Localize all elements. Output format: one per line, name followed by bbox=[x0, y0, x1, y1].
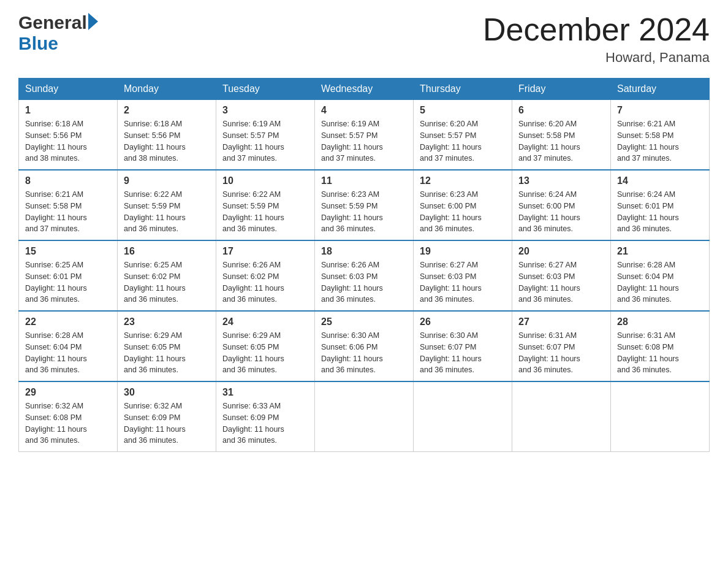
calendar-week-row: 29 Sunrise: 6:32 AM Sunset: 6:08 PM Dayl… bbox=[19, 381, 710, 452]
day-info: Sunrise: 6:25 AM Sunset: 6:02 PM Dayligh… bbox=[124, 259, 210, 305]
title-area: December 2024 Howard, Panama bbox=[483, 12, 710, 66]
header-friday: Friday bbox=[512, 79, 611, 100]
calendar-week-row: 1 Sunrise: 6:18 AM Sunset: 5:56 PM Dayli… bbox=[19, 100, 710, 170]
day-number: 6 bbox=[518, 105, 604, 116]
table-row: 11 Sunrise: 6:23 AM Sunset: 5:59 PM Dayl… bbox=[315, 170, 414, 240]
table-row: 16 Sunrise: 6:25 AM Sunset: 6:02 PM Dayl… bbox=[118, 240, 216, 311]
table-row: 6 Sunrise: 6:20 AM Sunset: 5:58 PM Dayli… bbox=[512, 100, 611, 170]
day-info: Sunrise: 6:22 AM Sunset: 5:59 PM Dayligh… bbox=[124, 189, 210, 235]
table-row bbox=[315, 381, 414, 452]
day-info: Sunrise: 6:29 AM Sunset: 6:05 PM Dayligh… bbox=[222, 330, 308, 376]
month-title: December 2024 bbox=[483, 12, 710, 47]
day-number: 2 bbox=[124, 105, 210, 116]
calendar-table: Sunday Monday Tuesday Wednesday Thursday… bbox=[18, 78, 710, 452]
table-row: 17 Sunrise: 6:26 AM Sunset: 6:02 PM Dayl… bbox=[216, 240, 315, 311]
calendar-week-row: 22 Sunrise: 6:28 AM Sunset: 6:04 PM Dayl… bbox=[19, 311, 710, 381]
header-saturday: Saturday bbox=[611, 79, 710, 100]
table-row: 18 Sunrise: 6:26 AM Sunset: 6:03 PM Dayl… bbox=[315, 240, 414, 311]
header-tuesday: Tuesday bbox=[216, 79, 315, 100]
day-number: 27 bbox=[518, 316, 604, 327]
day-info: Sunrise: 6:31 AM Sunset: 6:08 PM Dayligh… bbox=[617, 330, 703, 376]
day-info: Sunrise: 6:32 AM Sunset: 6:09 PM Dayligh… bbox=[124, 400, 210, 446]
day-info: Sunrise: 6:28 AM Sunset: 6:04 PM Dayligh… bbox=[617, 259, 703, 305]
table-row: 30 Sunrise: 6:32 AM Sunset: 6:09 PM Dayl… bbox=[118, 381, 216, 452]
day-info: Sunrise: 6:25 AM Sunset: 6:01 PM Dayligh… bbox=[25, 259, 111, 305]
header-thursday: Thursday bbox=[414, 79, 512, 100]
header-monday: Monday bbox=[118, 79, 216, 100]
table-row: 4 Sunrise: 6:19 AM Sunset: 5:57 PM Dayli… bbox=[315, 100, 414, 170]
table-row: 29 Sunrise: 6:32 AM Sunset: 6:08 PM Dayl… bbox=[19, 381, 118, 452]
day-info: Sunrise: 6:19 AM Sunset: 5:57 PM Dayligh… bbox=[321, 118, 407, 164]
day-info: Sunrise: 6:23 AM Sunset: 6:00 PM Dayligh… bbox=[420, 189, 506, 235]
table-row bbox=[414, 381, 512, 452]
day-number: 15 bbox=[25, 246, 111, 257]
day-number: 11 bbox=[321, 175, 407, 186]
day-number: 19 bbox=[420, 246, 506, 257]
day-number: 25 bbox=[321, 316, 407, 327]
calendar-week-row: 8 Sunrise: 6:21 AM Sunset: 5:58 PM Dayli… bbox=[19, 170, 710, 240]
table-row: 1 Sunrise: 6:18 AM Sunset: 5:56 PM Dayli… bbox=[19, 100, 118, 170]
table-row: 27 Sunrise: 6:31 AM Sunset: 6:07 PM Dayl… bbox=[512, 311, 611, 381]
day-number: 12 bbox=[420, 175, 506, 186]
day-info: Sunrise: 6:32 AM Sunset: 6:08 PM Dayligh… bbox=[25, 400, 111, 446]
day-number: 8 bbox=[25, 175, 111, 186]
day-number: 17 bbox=[222, 246, 308, 257]
table-row: 22 Sunrise: 6:28 AM Sunset: 6:04 PM Dayl… bbox=[19, 311, 118, 381]
day-number: 21 bbox=[617, 246, 703, 257]
day-info: Sunrise: 6:26 AM Sunset: 6:03 PM Dayligh… bbox=[321, 259, 407, 305]
day-number: 24 bbox=[222, 316, 308, 327]
table-row: 28 Sunrise: 6:31 AM Sunset: 6:08 PM Dayl… bbox=[611, 311, 710, 381]
day-info: Sunrise: 6:30 AM Sunset: 6:07 PM Dayligh… bbox=[420, 330, 506, 376]
header-wednesday: Wednesday bbox=[315, 79, 414, 100]
day-number: 16 bbox=[124, 246, 210, 257]
day-info: Sunrise: 6:18 AM Sunset: 5:56 PM Dayligh… bbox=[25, 118, 111, 164]
table-row: 5 Sunrise: 6:20 AM Sunset: 5:57 PM Dayli… bbox=[414, 100, 512, 170]
day-info: Sunrise: 6:24 AM Sunset: 6:01 PM Dayligh… bbox=[617, 189, 703, 235]
day-number: 30 bbox=[124, 387, 210, 398]
table-row: 15 Sunrise: 6:25 AM Sunset: 6:01 PM Dayl… bbox=[19, 240, 118, 311]
table-row: 2 Sunrise: 6:18 AM Sunset: 5:56 PM Dayli… bbox=[118, 100, 216, 170]
header-sunday: Sunday bbox=[19, 79, 118, 100]
day-info: Sunrise: 6:29 AM Sunset: 6:05 PM Dayligh… bbox=[124, 330, 210, 376]
table-row: 31 Sunrise: 6:33 AM Sunset: 6:09 PM Dayl… bbox=[216, 381, 315, 452]
day-info: Sunrise: 6:27 AM Sunset: 6:03 PM Dayligh… bbox=[420, 259, 506, 305]
page-header: General Blue December 2024 Howard, Panam… bbox=[18, 12, 710, 66]
calendar-week-row: 15 Sunrise: 6:25 AM Sunset: 6:01 PM Dayl… bbox=[19, 240, 710, 311]
table-row: 9 Sunrise: 6:22 AM Sunset: 5:59 PM Dayli… bbox=[118, 170, 216, 240]
table-row: 7 Sunrise: 6:21 AM Sunset: 5:58 PM Dayli… bbox=[611, 100, 710, 170]
day-info: Sunrise: 6:30 AM Sunset: 6:06 PM Dayligh… bbox=[321, 330, 407, 376]
day-number: 26 bbox=[420, 316, 506, 327]
table-row: 14 Sunrise: 6:24 AM Sunset: 6:01 PM Dayl… bbox=[611, 170, 710, 240]
day-number: 4 bbox=[321, 105, 407, 116]
logo-blue-text: Blue bbox=[18, 33, 58, 53]
table-row: 10 Sunrise: 6:22 AM Sunset: 5:59 PM Dayl… bbox=[216, 170, 315, 240]
day-number: 20 bbox=[518, 246, 604, 257]
day-info: Sunrise: 6:27 AM Sunset: 6:03 PM Dayligh… bbox=[518, 259, 604, 305]
logo-general-text: General bbox=[18, 12, 87, 33]
day-number: 23 bbox=[124, 316, 210, 327]
day-number: 28 bbox=[617, 316, 703, 327]
table-row: 25 Sunrise: 6:30 AM Sunset: 6:06 PM Dayl… bbox=[315, 311, 414, 381]
table-row: 19 Sunrise: 6:27 AM Sunset: 6:03 PM Dayl… bbox=[414, 240, 512, 311]
day-info: Sunrise: 6:26 AM Sunset: 6:02 PM Dayligh… bbox=[222, 259, 308, 305]
table-row bbox=[512, 381, 611, 452]
day-info: Sunrise: 6:21 AM Sunset: 5:58 PM Dayligh… bbox=[617, 118, 703, 164]
day-number: 1 bbox=[25, 105, 111, 116]
day-number: 9 bbox=[124, 175, 210, 186]
day-number: 18 bbox=[321, 246, 407, 257]
calendar-header-row: Sunday Monday Tuesday Wednesday Thursday… bbox=[19, 79, 710, 100]
day-number: 10 bbox=[222, 175, 308, 186]
table-row: 8 Sunrise: 6:21 AM Sunset: 5:58 PM Dayli… bbox=[19, 170, 118, 240]
day-number: 22 bbox=[25, 316, 111, 327]
day-number: 5 bbox=[420, 105, 506, 116]
day-info: Sunrise: 6:22 AM Sunset: 5:59 PM Dayligh… bbox=[222, 189, 308, 235]
day-number: 31 bbox=[222, 387, 308, 398]
day-info: Sunrise: 6:24 AM Sunset: 6:00 PM Dayligh… bbox=[518, 189, 604, 235]
day-number: 7 bbox=[617, 105, 703, 116]
day-info: Sunrise: 6:21 AM Sunset: 5:58 PM Dayligh… bbox=[25, 189, 111, 235]
table-row: 20 Sunrise: 6:27 AM Sunset: 6:03 PM Dayl… bbox=[512, 240, 611, 311]
logo-arrow-icon bbox=[88, 13, 98, 30]
table-row: 21 Sunrise: 6:28 AM Sunset: 6:04 PM Dayl… bbox=[611, 240, 710, 311]
day-info: Sunrise: 6:20 AM Sunset: 5:57 PM Dayligh… bbox=[420, 118, 506, 164]
day-number: 13 bbox=[518, 175, 604, 186]
